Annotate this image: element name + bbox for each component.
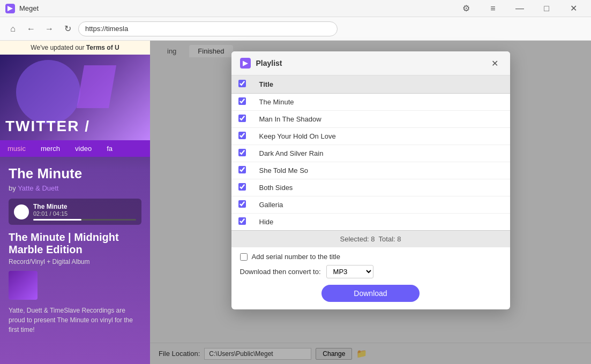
pause-icon: ⏸ (18, 208, 25, 216)
album-full-title: The Minute | Midnight Marble Edition (9, 231, 141, 256)
close-button[interactable]: ✕ (561, 0, 586, 17)
progress-bar[interactable] (33, 219, 136, 221)
row-checkbox-cell (231, 162, 253, 179)
table-row: Both Sides (231, 179, 510, 196)
selected-count: Selected: 8 (340, 235, 375, 243)
album-title: The Minute (9, 165, 141, 182)
header-title-cell: Title (253, 75, 510, 94)
playlist-table-container: Title The Minute Man In The Shadow Keep … (231, 75, 510, 230)
track-name: The Minute (33, 203, 136, 210)
table-row: Hide (231, 214, 510, 231)
hero-shape-2 (77, 65, 116, 108)
modal-header: ▶ Playlist ✕ (231, 51, 510, 75)
playlist-table: Title The Minute Man In The Shadow Keep … (231, 75, 510, 230)
modal-footer: Add serial number to the title Download … (231, 247, 510, 309)
table-row: Dark And Silver Rain (231, 145, 510, 162)
notice-bold: Terms of U (86, 44, 119, 51)
album-description: Yatte, Duett & TimeSlave Recordings are … (9, 306, 141, 335)
address-bar[interactable] (78, 21, 338, 36)
convert-row: Download then convert to: MP3MP4AACFLACW… (240, 265, 502, 278)
table-row: Galleria (231, 196, 510, 214)
download-btn-row: Download (240, 283, 502, 304)
row-checkbox[interactable] (238, 149, 246, 156)
row-title: Keep Your Hold On Love (253, 128, 510, 145)
row-checkbox[interactable] (238, 217, 246, 225)
settings-button[interactable]: ⚙ (454, 0, 478, 17)
titlebar: Meget ⚙ ≡ — □ ✕ (0, 0, 591, 17)
row-checkbox[interactable] (238, 115, 246, 122)
table-row: Man In The Shadow (231, 111, 510, 128)
website-panel: We've updated our Terms of U TWITTER / m… (0, 41, 150, 364)
maximize-button[interactable]: □ (534, 0, 559, 17)
convert-label: Download then convert to: (240, 268, 321, 276)
hero-shape-1 (16, 60, 80, 124)
total-count: Total: 8 (379, 235, 401, 243)
serial-label: Add serial number to the title (252, 253, 340, 261)
row-checkbox-cell (231, 196, 253, 214)
row-checkbox[interactable] (238, 166, 246, 173)
table-header: Title (231, 75, 510, 94)
row-checkbox[interactable] (238, 97, 246, 105)
row-title: Dark And Silver Rain (253, 145, 510, 162)
website-content: The Minute by Yatte & Duett ⏸ The Minute… (0, 157, 150, 343)
header-checkbox-cell (231, 75, 253, 94)
modal-overlay: ▶ Playlist ✕ Title (150, 41, 591, 364)
album-artist: by Yatte & Duett (9, 184, 141, 192)
row-title: Man In The Shadow (253, 111, 510, 128)
row-title: Galleria (253, 196, 510, 214)
minimize-button[interactable]: — (507, 0, 532, 17)
row-checkbox[interactable] (238, 200, 246, 208)
row-checkbox[interactable] (238, 183, 246, 191)
hero-section: TWITTER / (0, 55, 150, 140)
artist-by-label: by (9, 184, 16, 192)
nav-video[interactable]: video (68, 140, 99, 157)
row-title: She Told Me So (253, 162, 510, 179)
row-checkbox-cell (231, 179, 253, 196)
serial-number-checkbox[interactable] (240, 253, 248, 261)
row-title: Both Sides (253, 179, 510, 196)
album-thumbnail (9, 271, 38, 300)
album-sub: Record/Vinyl + Digital Album (9, 258, 141, 266)
artist-link[interactable]: Yatte & Duett (18, 184, 58, 192)
nav-music[interactable]: music (0, 140, 33, 157)
nav-merch[interactable]: merch (33, 140, 68, 157)
table-row: Keep Your Hold On Love (231, 128, 510, 145)
table-row: The Minute (231, 94, 510, 111)
right-panel: ing Finished File Location: Change 📁 ▶ (150, 41, 591, 364)
status-bar: Selected: 8 Total: 8 (231, 230, 510, 247)
progress-fill (33, 219, 81, 221)
modal-title: Playlist (256, 59, 483, 67)
app-icon (5, 4, 15, 13)
download-button[interactable]: Download (321, 285, 419, 302)
row-checkbox-cell (231, 145, 253, 162)
row-checkbox-cell (231, 94, 253, 111)
playlist-modal: ▶ Playlist ✕ Title (231, 51, 510, 309)
back-button[interactable]: ← (24, 21, 39, 36)
serial-row: Add serial number to the title (240, 253, 502, 261)
row-title: Hide (253, 214, 510, 231)
app-title: Meget (19, 4, 454, 12)
notice-bar: We've updated our Terms of U (0, 41, 150, 55)
player-bar: ⏸ The Minute 02:01 / 04:15 (9, 199, 141, 225)
modal-close-button[interactable]: ✕ (489, 57, 502, 70)
row-checkbox-cell (231, 214, 253, 231)
playlist-table-body: The Minute Man In The Shadow Keep Your H… (231, 94, 510, 231)
row-title: The Minute (253, 94, 510, 111)
modal-logo-icon: ▶ (240, 58, 251, 69)
forward-button[interactable]: → (42, 21, 57, 36)
menu-button[interactable]: ≡ (481, 0, 505, 17)
row-checkbox-cell (231, 111, 253, 128)
home-button[interactable]: ⌂ (5, 21, 20, 36)
reload-button[interactable]: ↻ (60, 21, 75, 36)
nav-fa[interactable]: fa (99, 140, 120, 157)
track-time: 02:01 / 04:15 (33, 210, 136, 217)
pause-button[interactable]: ⏸ (14, 204, 29, 219)
row-checkbox[interactable] (238, 132, 246, 139)
website-nav: music merch video fa (0, 140, 150, 157)
player-info: The Minute 02:01 / 04:15 (33, 203, 136, 221)
window-controls: ⚙ ≡ — □ ✕ (454, 0, 586, 17)
browser-toolbar: ⌂ ← → ↻ (0, 17, 591, 41)
convert-select[interactable]: MP3MP4AACFLACWAV (326, 265, 373, 278)
select-all-checkbox[interactable] (238, 80, 246, 87)
main-area: We've updated our Terms of U TWITTER / m… (0, 41, 591, 364)
